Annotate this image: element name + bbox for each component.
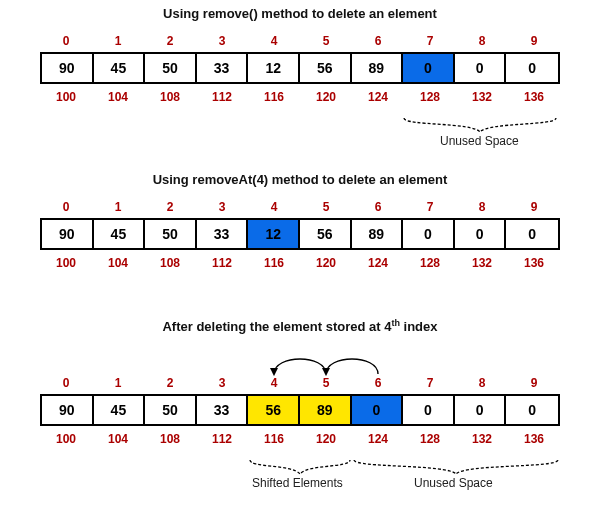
address-row-1: 100 104 108 112 116 120 124 128 132 136 <box>40 90 560 104</box>
addr: 116 <box>248 432 300 446</box>
addr: 136 <box>508 432 560 446</box>
cell-shifted: 89 <box>300 396 352 424</box>
idx: 6 <box>352 376 404 390</box>
section-removeAt: Using removeAt(4) method to delete an el… <box>0 172 600 187</box>
addr: 108 <box>144 432 196 446</box>
idx: 2 <box>144 376 196 390</box>
cell-highlight: 12 <box>248 220 300 248</box>
caption-remove: Using remove() method to delete an eleme… <box>0 6 600 21</box>
addr: 132 <box>456 432 508 446</box>
brace-unused-1 <box>402 116 558 134</box>
idx: 2 <box>144 34 196 48</box>
cell: 89 <box>352 54 404 82</box>
label-unused-1: Unused Space <box>440 134 519 148</box>
idx: 9 <box>508 200 560 214</box>
section-after: After deleting the element stored at 4th… <box>0 318 600 334</box>
cell: 50 <box>145 396 197 424</box>
addr: 108 <box>144 90 196 104</box>
addr: 136 <box>508 90 560 104</box>
brace-unused-3 <box>352 458 560 476</box>
cell-highlight: 0 <box>352 396 404 424</box>
idx: 8 <box>456 34 508 48</box>
cell: 12 <box>248 54 300 82</box>
addr: 132 <box>456 256 508 270</box>
idx: 4 <box>248 34 300 48</box>
idx: 3 <box>196 376 248 390</box>
brace-shifted <box>248 458 352 476</box>
addr: 112 <box>196 256 248 270</box>
idx: 0 <box>40 376 92 390</box>
idx: 7 <box>404 34 456 48</box>
idx: 9 <box>508 34 560 48</box>
cell: 0 <box>506 396 558 424</box>
addr: 104 <box>92 432 144 446</box>
addr: 124 <box>352 432 404 446</box>
cell: 90 <box>42 220 94 248</box>
shift-arrows <box>40 348 560 378</box>
cell: 45 <box>94 396 146 424</box>
addr: 112 <box>196 432 248 446</box>
addr: 108 <box>144 256 196 270</box>
idx: 6 <box>352 34 404 48</box>
idx: 5 <box>300 34 352 48</box>
addr: 120 <box>300 432 352 446</box>
cell: 0 <box>455 54 507 82</box>
cell: 0 <box>506 54 558 82</box>
cell: 0 <box>455 220 507 248</box>
cell-row-1: 90 45 50 33 12 56 89 0 0 0 <box>40 52 560 84</box>
addr: 136 <box>508 256 560 270</box>
addr: 124 <box>352 256 404 270</box>
addr: 120 <box>300 90 352 104</box>
cell-row-2: 90 45 50 33 12 56 89 0 0 0 <box>40 218 560 250</box>
cell: 0 <box>506 220 558 248</box>
cell-shifted: 56 <box>248 396 300 424</box>
idx: 4 <box>248 200 300 214</box>
idx: 1 <box>92 200 144 214</box>
idx: 1 <box>92 34 144 48</box>
addr: 104 <box>92 256 144 270</box>
idx: 6 <box>352 200 404 214</box>
label-unused-3: Unused Space <box>414 476 493 490</box>
page-root: Using remove() method to delete an eleme… <box>0 0 600 514</box>
addr: 100 <box>40 432 92 446</box>
cell: 56 <box>300 220 352 248</box>
idx: 8 <box>456 376 508 390</box>
cell: 50 <box>145 220 197 248</box>
addr: 100 <box>40 90 92 104</box>
cell: 0 <box>403 220 455 248</box>
addr: 128 <box>404 90 456 104</box>
cell: 0 <box>403 396 455 424</box>
cell: 50 <box>145 54 197 82</box>
idx: 0 <box>40 34 92 48</box>
idx: 2 <box>144 200 196 214</box>
cell: 90 <box>42 396 94 424</box>
cell-row-3: 90 45 50 33 56 89 0 0 0 0 <box>40 394 560 426</box>
addr: 124 <box>352 90 404 104</box>
cell: 0 <box>455 396 507 424</box>
idx: 3 <box>196 34 248 48</box>
addr: 100 <box>40 256 92 270</box>
addr: 128 <box>404 432 456 446</box>
cell: 56 <box>300 54 352 82</box>
idx: 8 <box>456 200 508 214</box>
idx: 5 <box>300 376 352 390</box>
array-after: 0 1 2 3 4 5 6 7 8 9 90 45 50 33 56 89 0 … <box>40 376 560 446</box>
idx: 9 <box>508 376 560 390</box>
caption-removeAt: Using removeAt(4) method to delete an el… <box>0 172 600 187</box>
cell: 45 <box>94 220 146 248</box>
address-row-3: 100 104 108 112 116 120 124 128 132 136 <box>40 432 560 446</box>
idx: 7 <box>404 200 456 214</box>
idx: 0 <box>40 200 92 214</box>
cell: 33 <box>197 54 249 82</box>
cell: 33 <box>197 220 249 248</box>
idx: 7 <box>404 376 456 390</box>
addr: 120 <box>300 256 352 270</box>
addr: 128 <box>404 256 456 270</box>
index-row-2: 0 1 2 3 4 5 6 7 8 9 <box>40 200 560 214</box>
cell: 33 <box>197 396 249 424</box>
idx: 1 <box>92 376 144 390</box>
array-removeAt: 0 1 2 3 4 5 6 7 8 9 90 45 50 33 12 56 89… <box>40 200 560 270</box>
cell: 45 <box>94 54 146 82</box>
idx: 3 <box>196 200 248 214</box>
cell: 90 <box>42 54 94 82</box>
